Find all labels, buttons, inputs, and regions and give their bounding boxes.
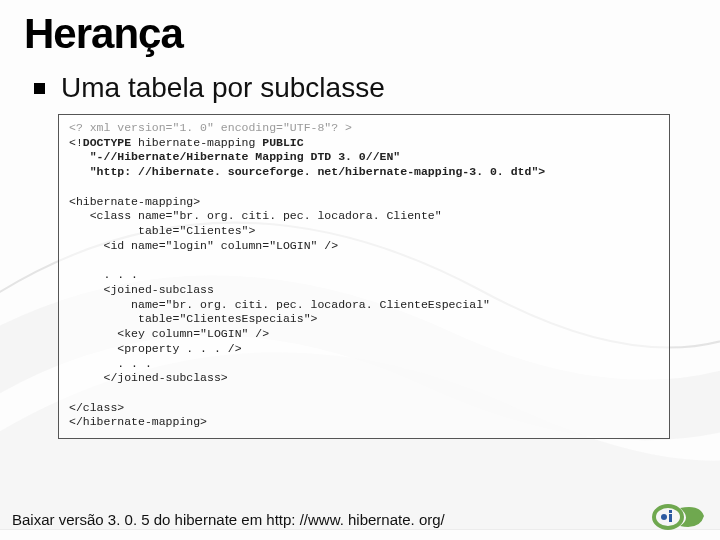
code-line: <hibernate-mapping> [69, 195, 200, 208]
code-line: </hibernate-mapping> [69, 415, 207, 428]
logo-icon [650, 502, 706, 532]
code-line: </joined-subclass> [69, 371, 228, 384]
code-line: "http: //hibernate. sourceforge. net/hib… [69, 165, 545, 178]
code-line: name="br. org. citi. pec. locadora. Clie… [69, 298, 490, 311]
code-line: table="Clientes"> [69, 224, 255, 237]
svg-rect-2 [669, 514, 672, 522]
code-line: </class> [69, 401, 124, 414]
svg-point-0 [654, 506, 682, 528]
code-line: <class name="br. org. citi. pec. locador… [69, 209, 442, 222]
code-line: <? xml version="1. 0" encoding="UTF-8"? … [69, 121, 352, 134]
code-line: <!DOCTYPE hibernate-mapping PUBLIC [69, 136, 304, 149]
code-line: table="ClientesEspeciais"> [69, 312, 317, 325]
code-line: <id name="login" column="LOGIN" /> [69, 239, 338, 252]
bullet-icon [34, 83, 45, 94]
code-line: . . . [69, 357, 152, 370]
code-line: . . . [69, 268, 138, 281]
code-line: <joined-subclass [69, 283, 214, 296]
svg-rect-3 [669, 510, 672, 513]
code-block: <? xml version="1. 0" encoding="UTF-8"? … [58, 114, 670, 439]
slide-title: Herança [24, 10, 696, 58]
footer-text: Baixar versão 3. 0. 5 do hibernate em ht… [0, 511, 720, 528]
code-line: <key column="LOGIN" /> [69, 327, 269, 340]
code-line: <property . . . /> [69, 342, 242, 355]
subtitle-row: Uma tabela por subclasse [34, 72, 696, 104]
code-line: "-//Hibernate/Hibernate Mapping DTD 3. 0… [69, 150, 400, 163]
slide-subtitle: Uma tabela por subclasse [61, 72, 385, 104]
svg-point-1 [661, 514, 667, 520]
